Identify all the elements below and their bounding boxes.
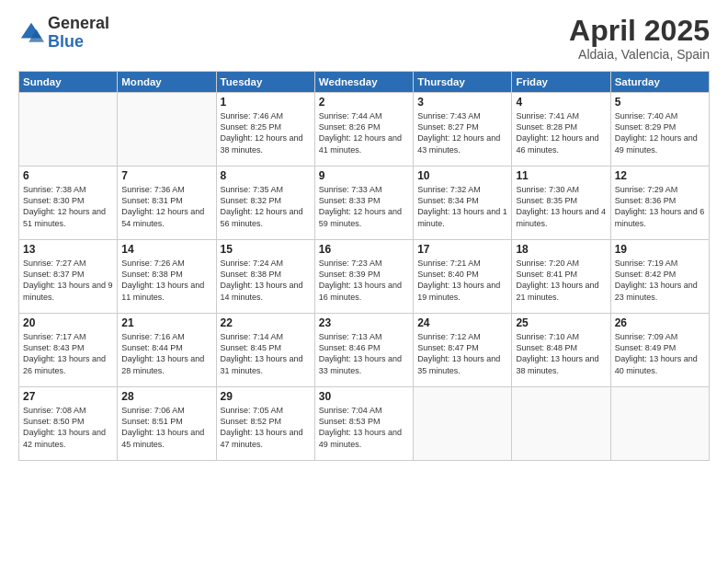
day-info: Sunrise: 7:41 AM Sunset: 8:28 PM Dayligh…: [516, 110, 606, 155]
day-info: Sunrise: 7:38 AM Sunset: 8:30 PM Dayligh…: [23, 184, 113, 229]
table-row: 13Sunrise: 7:27 AM Sunset: 8:37 PM Dayli…: [19, 240, 118, 314]
table-row: 4Sunrise: 7:41 AM Sunset: 8:28 PM Daylig…: [512, 93, 610, 167]
table-row: 15Sunrise: 7:24 AM Sunset: 8:38 PM Dayli…: [216, 240, 314, 314]
table-row: 16Sunrise: 7:23 AM Sunset: 8:39 PM Dayli…: [314, 240, 413, 314]
table-row: [19, 93, 118, 167]
table-row: 19Sunrise: 7:19 AM Sunset: 8:42 PM Dayli…: [610, 240, 709, 314]
table-row: [610, 387, 709, 461]
day-number: 16: [319, 243, 409, 256]
logo-blue: Blue: [48, 33, 109, 52]
calendar-header-row: Sunday Monday Tuesday Wednesday Thursday…: [19, 72, 710, 93]
table-row: [118, 93, 216, 167]
day-number: 5: [615, 96, 705, 109]
table-row: 24Sunrise: 7:12 AM Sunset: 8:47 PM Dayli…: [414, 314, 512, 387]
table-row: 11Sunrise: 7:30 AM Sunset: 8:35 PM Dayli…: [512, 167, 610, 240]
table-row: [512, 387, 610, 461]
day-number: 11: [516, 169, 606, 182]
day-number: 23: [319, 316, 409, 329]
day-info: Sunrise: 7:27 AM Sunset: 8:37 PM Dayligh…: [23, 258, 113, 303]
header: General Blue April 2025 Aldaia, Valencia…: [18, 15, 710, 62]
logo: General Blue: [18, 15, 109, 52]
col-thursday: Thursday: [414, 72, 512, 93]
col-sunday: Sunday: [19, 72, 118, 93]
day-number: 7: [121, 169, 211, 182]
day-info: Sunrise: 7:26 AM Sunset: 8:38 PM Dayligh…: [121, 258, 211, 303]
day-number: 15: [221, 243, 311, 256]
day-info: Sunrise: 7:10 AM Sunset: 8:48 PM Dayligh…: [516, 331, 606, 376]
table-row: 3Sunrise: 7:43 AM Sunset: 8:27 PM Daylig…: [414, 93, 512, 167]
day-info: Sunrise: 7:46 AM Sunset: 8:25 PM Dayligh…: [221, 110, 311, 155]
day-info: Sunrise: 7:05 AM Sunset: 8:52 PM Dayligh…: [221, 405, 311, 450]
calendar-week-row: 20Sunrise: 7:17 AM Sunset: 8:43 PM Dayli…: [19, 314, 710, 387]
calendar-table: Sunday Monday Tuesday Wednesday Thursday…: [18, 71, 710, 461]
page: General Blue April 2025 Aldaia, Valencia…: [0, 0, 728, 563]
logo-text: General Blue: [48, 15, 109, 52]
day-info: Sunrise: 7:08 AM Sunset: 8:50 PM Dayligh…: [23, 405, 113, 450]
day-info: Sunrise: 7:09 AM Sunset: 8:49 PM Dayligh…: [615, 331, 705, 376]
table-row: 26Sunrise: 7:09 AM Sunset: 8:49 PM Dayli…: [610, 314, 709, 387]
day-number: 9: [319, 169, 409, 182]
logo-general: General: [48, 15, 109, 33]
day-number: 6: [23, 169, 113, 182]
col-wednesday: Wednesday: [314, 72, 413, 93]
day-info: Sunrise: 7:23 AM Sunset: 8:39 PM Dayligh…: [319, 258, 409, 303]
day-number: 21: [121, 316, 211, 329]
day-info: Sunrise: 7:32 AM Sunset: 8:34 PM Dayligh…: [417, 184, 507, 229]
day-number: 27: [23, 390, 113, 403]
day-number: 22: [221, 316, 311, 329]
day-number: 19: [615, 243, 705, 256]
day-number: 4: [516, 96, 606, 109]
table-row: 5Sunrise: 7:40 AM Sunset: 8:29 PM Daylig…: [610, 93, 709, 167]
table-row: 22Sunrise: 7:14 AM Sunset: 8:45 PM Dayli…: [216, 314, 314, 387]
table-row: 6Sunrise: 7:38 AM Sunset: 8:30 PM Daylig…: [19, 167, 118, 240]
day-info: Sunrise: 7:30 AM Sunset: 8:35 PM Dayligh…: [516, 184, 606, 229]
table-row: 25Sunrise: 7:10 AM Sunset: 8:48 PM Dayli…: [512, 314, 610, 387]
table-row: 18Sunrise: 7:20 AM Sunset: 8:41 PM Dayli…: [512, 240, 610, 314]
day-number: 18: [516, 243, 606, 256]
table-row: 7Sunrise: 7:36 AM Sunset: 8:31 PM Daylig…: [118, 167, 216, 240]
col-saturday: Saturday: [610, 72, 709, 93]
calendar-title: April 2025: [569, 15, 710, 47]
table-row: 10Sunrise: 7:32 AM Sunset: 8:34 PM Dayli…: [414, 167, 512, 240]
day-number: 3: [417, 96, 507, 109]
day-info: Sunrise: 7:40 AM Sunset: 8:29 PM Dayligh…: [615, 110, 705, 155]
day-number: 14: [121, 243, 211, 256]
day-info: Sunrise: 7:21 AM Sunset: 8:40 PM Dayligh…: [417, 258, 507, 303]
calendar-week-row: 13Sunrise: 7:27 AM Sunset: 8:37 PM Dayli…: [19, 240, 710, 314]
day-info: Sunrise: 7:43 AM Sunset: 8:27 PM Dayligh…: [417, 110, 507, 155]
day-number: 26: [615, 316, 705, 329]
table-row: 9Sunrise: 7:33 AM Sunset: 8:33 PM Daylig…: [314, 167, 413, 240]
day-info: Sunrise: 7:19 AM Sunset: 8:42 PM Dayligh…: [615, 258, 705, 303]
table-row: 17Sunrise: 7:21 AM Sunset: 8:40 PM Dayli…: [414, 240, 512, 314]
table-row: 27Sunrise: 7:08 AM Sunset: 8:50 PM Dayli…: [19, 387, 118, 461]
col-tuesday: Tuesday: [216, 72, 314, 93]
table-row: [414, 387, 512, 461]
day-number: 2: [319, 96, 409, 109]
col-monday: Monday: [118, 72, 216, 93]
day-info: Sunrise: 7:17 AM Sunset: 8:43 PM Dayligh…: [23, 331, 113, 376]
logo-icon: [18, 20, 44, 46]
table-row: 29Sunrise: 7:05 AM Sunset: 8:52 PM Dayli…: [216, 387, 314, 461]
day-info: Sunrise: 7:04 AM Sunset: 8:53 PM Dayligh…: [319, 405, 409, 450]
day-number: 17: [417, 243, 507, 256]
day-info: Sunrise: 7:29 AM Sunset: 8:36 PM Dayligh…: [615, 184, 705, 229]
day-info: Sunrise: 7:35 AM Sunset: 8:32 PM Dayligh…: [221, 184, 311, 229]
day-number: 28: [121, 390, 211, 403]
day-number: 24: [417, 316, 507, 329]
day-number: 8: [221, 169, 311, 182]
day-info: Sunrise: 7:13 AM Sunset: 8:46 PM Dayligh…: [319, 331, 409, 376]
day-info: Sunrise: 7:33 AM Sunset: 8:33 PM Dayligh…: [319, 184, 409, 229]
table-row: 23Sunrise: 7:13 AM Sunset: 8:46 PM Dayli…: [314, 314, 413, 387]
day-number: 20: [23, 316, 113, 329]
table-row: 28Sunrise: 7:06 AM Sunset: 8:51 PM Dayli…: [118, 387, 216, 461]
day-info: Sunrise: 7:12 AM Sunset: 8:47 PM Dayligh…: [417, 331, 507, 376]
title-block: April 2025 Aldaia, Valencia, Spain: [569, 15, 710, 62]
day-info: Sunrise: 7:36 AM Sunset: 8:31 PM Dayligh…: [121, 184, 211, 229]
day-info: Sunrise: 7:24 AM Sunset: 8:38 PM Dayligh…: [221, 258, 311, 303]
day-info: Sunrise: 7:06 AM Sunset: 8:51 PM Dayligh…: [121, 405, 211, 450]
calendar-subtitle: Aldaia, Valencia, Spain: [569, 47, 710, 62]
day-info: Sunrise: 7:16 AM Sunset: 8:44 PM Dayligh…: [121, 331, 211, 376]
day-number: 1: [221, 96, 311, 109]
col-friday: Friday: [512, 72, 610, 93]
table-row: 30Sunrise: 7:04 AM Sunset: 8:53 PM Dayli…: [314, 387, 413, 461]
